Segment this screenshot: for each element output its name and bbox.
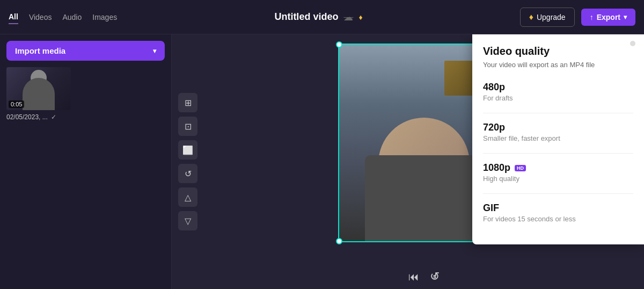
- import-media-button[interactable]: Import media ▾: [6, 41, 165, 61]
- main-content: Import media ▾ 0:05 02/05/2023, ... ✓ ‹ …: [0, 34, 644, 289]
- header: All Videos Audio Images Untitled video ☁…: [0, 0, 644, 34]
- frame-tool-button[interactable]: ⬜: [178, 140, 197, 160]
- quality-dropdown-panel: Video quality Your video will export as …: [472, 34, 644, 244]
- canvas-area: ‹ ⊞ ⊡ ⬜ ↺ △ ▽: [172, 34, 644, 289]
- media-filename: 02/05/2023, ...: [6, 113, 48, 121]
- header-center: Untitled video ☁ ♦: [117, 11, 520, 23]
- quality-gif-label: GIF: [483, 203, 633, 214]
- media-thumbnail[interactable]: 0:05: [6, 67, 71, 110]
- quality-1080p-label: 1080pHD: [483, 162, 633, 174]
- rewind-button[interactable]: ↺ 5: [430, 270, 440, 284]
- quality-720p-desc: Smaller file, faster export: [483, 134, 633, 142]
- quality-gif-desc: For videos 15 seconds or less: [483, 215, 633, 223]
- tab-videos[interactable]: Videos: [29, 11, 52, 24]
- export-upload-icon: ↑: [590, 13, 594, 21]
- header-left: All Videos Audio Images: [9, 10, 117, 24]
- hd-badge: HD: [515, 165, 526, 171]
- quality-480p-label: 480p: [483, 82, 633, 93]
- tab-images[interactable]: Images: [92, 11, 117, 24]
- divider-3: [483, 193, 633, 194]
- tab-audio[interactable]: Audio: [62, 11, 82, 24]
- playback-controls: ⏮ ↺ 5: [204, 270, 644, 284]
- chevron-down-icon: ▾: [624, 13, 627, 21]
- filter-tool-button[interactable]: ▽: [178, 211, 197, 230]
- diamond-icon: ♦: [358, 13, 362, 21]
- media-item: 0:05 02/05/2023, ... ✓: [6, 67, 165, 121]
- import-label: Import media: [15, 46, 65, 55]
- rotate-tool-button[interactable]: ↺: [178, 164, 197, 183]
- nav-tabs: All Videos Audio Images: [9, 10, 117, 24]
- checkmark-icon: ✓: [51, 113, 56, 121]
- divider-1: [483, 113, 633, 113]
- vertical-toolbar: ⊞ ⊡ ⬜ ↺ △ ▽: [178, 93, 197, 230]
- import-chevron-icon: ▾: [153, 47, 156, 55]
- quality-option-480p[interactable]: 480p For drafts: [483, 80, 633, 104]
- media-label: 02/05/2023, ... ✓: [6, 113, 165, 121]
- quality-720p-label: 720p: [483, 122, 633, 133]
- quality-480p-desc: For drafts: [483, 94, 633, 102]
- crop-tool-button[interactable]: ⊡: [178, 117, 197, 136]
- export-button[interactable]: ↑ Export ▾: [581, 9, 635, 26]
- upgrade-button[interactable]: ♦ Upgrade: [520, 8, 575, 27]
- quality-panel-subtitle: Your video will export as an MP4 file: [483, 61, 633, 69]
- sidebar: Import media ▾ 0:05 02/05/2023, ... ✓: [0, 34, 172, 289]
- tab-all[interactable]: All: [9, 10, 18, 24]
- project-title: Untitled video: [274, 11, 338, 23]
- cloud-slash-icon: ☁: [343, 11, 353, 23]
- handle-bottom-left[interactable]: [336, 238, 342, 244]
- quality-1080p-desc: High quality: [483, 175, 633, 183]
- handle-top-left[interactable]: [336, 41, 342, 48]
- thumbnail-person-body: [23, 78, 55, 110]
- quality-option-1080p[interactable]: 1080pHD High quality: [483, 160, 633, 185]
- panel-dot: [630, 41, 635, 46]
- fit-tool-button[interactable]: ⊞: [178, 93, 197, 112]
- rewind-label: 5: [433, 274, 436, 279]
- upgrade-label: Upgrade: [537, 13, 566, 21]
- skip-back-button[interactable]: ⏮: [408, 271, 419, 283]
- upgrade-diamond-icon: ♦: [529, 12, 533, 22]
- divider-2: [483, 153, 633, 154]
- quality-option-gif[interactable]: GIF For videos 15 seconds or less: [483, 200, 633, 225]
- text-tool-button[interactable]: △: [178, 187, 197, 207]
- export-label: Export: [597, 13, 620, 21]
- quality-option-720p[interactable]: 720p Smaller file, faster export: [483, 120, 633, 144]
- header-right: ♦ Upgrade ↑ Export ▾: [520, 8, 635, 27]
- quality-panel-title: Video quality: [483, 45, 633, 57]
- thumbnail-duration: 0:05: [9, 100, 24, 108]
